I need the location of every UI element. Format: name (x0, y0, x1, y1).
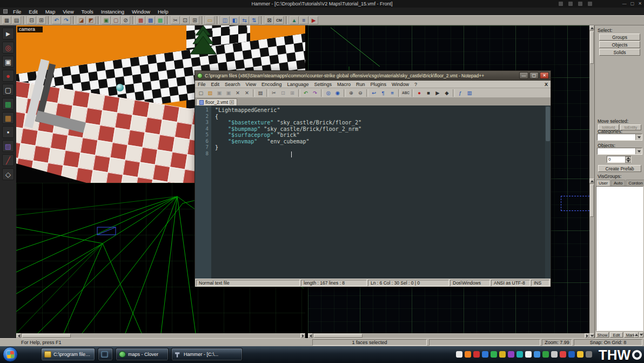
close-icon[interactable]: ✕ (540, 72, 549, 79)
tray-icon[interactable] (542, 351, 549, 358)
scrollbar-thumb[interactable] (590, 31, 594, 64)
ungroup-icon[interactable]: ▢ (111, 16, 120, 24)
save-all-icon[interactable]: ▣ (224, 89, 233, 97)
hide-selected-icon[interactable]: ▩ (136, 16, 145, 24)
minimize-icon[interactable]: — (622, 1, 627, 6)
taskbar-button[interactable]: C:\program files (... (41, 348, 95, 361)
spinner-down-icon[interactable] (625, 160, 631, 163)
menu-edit[interactable]: Edit (209, 82, 223, 87)
menu-plugins[interactable]: Plugins (368, 82, 390, 87)
group-icon[interactable]: ▣ (102, 16, 111, 24)
redo-icon[interactable]: ↷ (311, 89, 319, 97)
paste-icon[interactable]: ⊞ (190, 16, 199, 24)
hammer-titlebar[interactable]: Hammer - [C:\Dropbox\Tutorials\V2 Maps\T… (0, 0, 644, 8)
menu-file[interactable]: File (195, 82, 209, 87)
ignore-groups-icon[interactable]: ⊘ (121, 16, 130, 24)
cut-icon[interactable]: ✂ (171, 16, 180, 24)
show-all-characters-icon[interactable]: ¶ (379, 89, 387, 97)
menu-settings[interactable]: Settings (312, 82, 335, 87)
save-file-icon[interactable]: ▣ (215, 89, 224, 97)
create-prefab-button[interactable]: Create Prefab (598, 165, 641, 172)
start-button[interactable] (3, 347, 18, 362)
entity-tool-icon[interactable]: ● (2, 70, 14, 82)
scroll-up-icon[interactable] (589, 179, 594, 183)
object-count-spinner[interactable]: 0 (607, 156, 632, 163)
close-file-icon[interactable]: ✕ (233, 89, 242, 97)
hide-unselected-icon[interactable]: ▩ (146, 16, 155, 24)
tray-icon[interactable] (586, 351, 592, 358)
select-touching-icon[interactable]: ◫ (220, 16, 230, 24)
vertical-scrollbar[interactable] (589, 179, 594, 338)
flip-horizontal-icon[interactable]: ⇆ (240, 16, 249, 24)
record-macro-icon[interactable]: ● (415, 89, 424, 97)
taskbar-button[interactable]: maps - Clover (116, 348, 169, 361)
menu-tools[interactable]: Tools (78, 9, 97, 15)
scroll-left-icon[interactable] (16, 333, 21, 338)
scrollbar-thumb[interactable] (590, 184, 594, 217)
button-toentity[interactable]: toEntity (620, 124, 641, 130)
displacement-icon[interactable]: ▲ (290, 16, 299, 24)
undo-icon[interactable]: ↶ (52, 16, 61, 24)
visgroup-tab-cordon[interactable]: Cordon (626, 180, 644, 186)
paste-icon[interactable]: ⊞ (288, 89, 297, 97)
save-macro-icon[interactable]: ◆ (442, 89, 451, 97)
tray-icon[interactable] (499, 351, 506, 358)
scrollbar-thumb[interactable] (22, 334, 71, 338)
tray-icon[interactable] (473, 351, 480, 358)
maximize-icon[interactable]: ▢ (630, 1, 635, 6)
dropdown-arrow-icon[interactable] (635, 148, 642, 154)
menu-window[interactable]: Window (389, 82, 412, 87)
objects-dropdown[interactable] (597, 148, 642, 155)
horizontal-scrollbar[interactable] (308, 333, 589, 338)
flip-vertical-icon[interactable]: ⇅ (250, 16, 259, 24)
close-icon[interactable]: ✕ (638, 1, 642, 6)
find-icon[interactable]: ◎ (324, 89, 333, 97)
scrollbar-thumb[interactable] (546, 107, 550, 141)
new-file-icon[interactable]: ▢ (197, 89, 205, 97)
scrollbar-thumb[interactable] (314, 334, 363, 338)
menu-instancing[interactable]: Instancing (97, 9, 128, 15)
categories-dropdown[interactable] (597, 134, 642, 141)
menu-view[interactable]: View (59, 9, 77, 15)
indent-guide-icon[interactable]: ≡ (388, 89, 397, 97)
play-macro-icon[interactable]: ▶ (433, 89, 442, 97)
menu-run[interactable]: Run (353, 82, 368, 87)
apply-texture-tool-icon[interactable]: ▦ (2, 112, 14, 124)
menu-macro[interactable]: Macro (334, 82, 353, 87)
document-close-icon[interactable]: X (545, 81, 548, 88)
tray-icon[interactable] (577, 351, 583, 358)
dropdown-arrow-icon[interactable] (635, 134, 642, 140)
show-all-icon[interactable]: ▩ (156, 16, 165, 24)
undo-icon[interactable]: ↶ (301, 89, 310, 97)
tab-floor-2-vmt[interactable]: floor_2.vmt x (196, 98, 237, 105)
close-all-icon[interactable]: ✕ (243, 89, 251, 97)
cut-icon[interactable]: ✂ (270, 89, 278, 97)
maximize-icon[interactable]: ▢ (529, 72, 539, 79)
decal-tool-icon[interactable]: ▪ (2, 126, 14, 138)
tray-icon[interactable] (508, 351, 514, 358)
function-list-icon[interactable]: ƒ (456, 89, 465, 97)
make-hollow-icon[interactable]: ◩ (86, 16, 96, 24)
block-tool-icon[interactable]: ▢ (2, 84, 14, 96)
scroll-down-icon[interactable] (639, 332, 643, 338)
vertex-tool-icon[interactable]: ◇ (2, 168, 14, 180)
menu-language[interactable]: Language (284, 82, 311, 87)
texture-application-tool-icon[interactable]: ▩ (2, 98, 14, 110)
code-editor[interactable]: 1"LightmappedGeneric"2{3 "$basetexture" … (195, 105, 551, 279)
minimize-icon[interactable]: — (519, 72, 528, 79)
toggle-grid-icon[interactable]: ▦ (2, 16, 11, 24)
visgroup-tab-user[interactable]: User (596, 180, 611, 186)
button-show[interactable]: Show (596, 332, 609, 338)
stop-macro-icon[interactable]: ■ (424, 89, 433, 97)
scroll-left-icon[interactable] (308, 333, 313, 338)
scroll-up-icon[interactable] (634, 332, 639, 338)
notepadpp-titlebar[interactable]: C:\program files (x86)\Steam\steamapps\c… (195, 71, 551, 81)
menu-search[interactable]: Search (222, 82, 243, 87)
carve-icon[interactable]: ◪ (77, 16, 86, 24)
menu-window[interactable]: Window (128, 9, 154, 15)
button-groups[interactable]: Groups (599, 34, 640, 41)
tray-icon[interactable] (482, 351, 488, 358)
tray-icon[interactable] (551, 351, 558, 358)
menu-help[interactable]: ? (412, 82, 420, 87)
menu-encoding[interactable]: Encoding (259, 82, 285, 87)
